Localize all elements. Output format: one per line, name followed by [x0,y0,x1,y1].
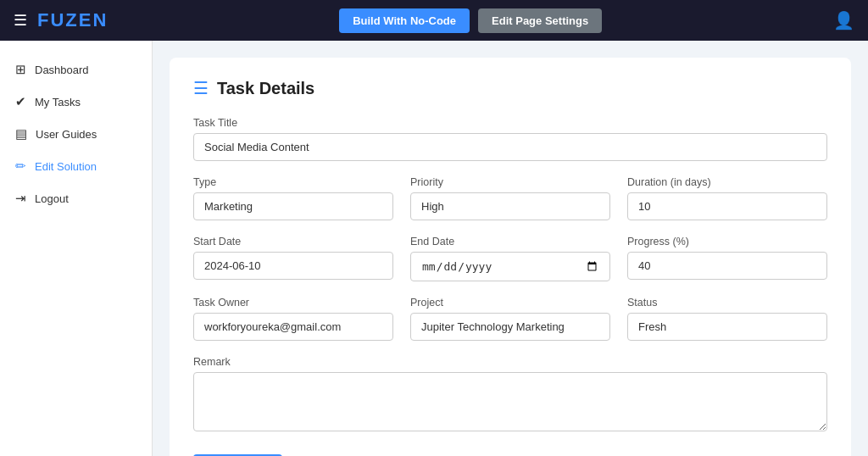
sidebar-item-user-guides[interactable]: ▤ User Guides [0,119,152,149]
main-layout: ⊞ Dashboard ✔ My Tasks ▤ User Guides ✏ E… [0,41,868,456]
dashboard-icon: ⊞ [15,62,26,77]
status-input[interactable] [627,313,827,341]
progress-input[interactable] [627,252,827,280]
remark-group: Remark [193,356,827,434]
project-input[interactable] [410,313,610,341]
sidebar-item-dashboard[interactable]: ⊞ Dashboard [0,54,152,85]
type-input[interactable] [193,192,393,220]
task-title-label: Task Title [193,117,827,129]
row-owner-project-status: Task Owner Project Status [193,297,827,356]
topbar-left: ☰ FUZEN [14,9,108,31]
sidebar-item-my-tasks[interactable]: ✔ My Tasks [0,86,152,117]
task-owner-group: Task Owner [193,297,393,341]
sidebar-label-my-tasks: My Tasks [35,96,81,108]
sidebar-item-edit-solution[interactable]: ✏ Edit Solution [0,151,152,181]
type-group: Type [193,176,393,220]
sidebar-label-user-guides: User Guides [36,128,97,141]
sidebar-label-logout: Logout [35,192,69,205]
topbar: ☰ FUZEN Build With No-Code Edit Page Set… [0,0,868,41]
row-type-priority-duration: Type Priority Duration (in days) [193,176,827,236]
sidebar: ⊞ Dashboard ✔ My Tasks ▤ User Guides ✏ E… [0,41,153,456]
sidebar-label-dashboard: Dashboard [35,64,89,76]
project-group: Project [410,297,610,341]
priority-input[interactable] [410,192,610,220]
task-owner-label: Task Owner [193,297,393,309]
logout-icon: ⇥ [15,191,26,206]
task-details-card: ☰ Task Details Task Title Type Priority [170,58,851,456]
remark-label: Remark [193,356,827,368]
duration-label: Duration (in days) [627,176,827,188]
start-date-label: Start Date [193,236,393,247]
start-date-input[interactable] [193,252,393,280]
end-date-input[interactable] [410,252,610,281]
task-title-group: Task Title [193,117,827,161]
duration-input[interactable] [627,192,827,220]
sidebar-item-logout[interactable]: ⇥ Logout [0,183,152,214]
tasks-icon: ✔ [15,94,26,109]
hamburger-icon[interactable]: ☰ [14,11,27,30]
build-no-code-button[interactable]: Build With No-Code [339,8,470,33]
task-title-input[interactable] [193,133,827,161]
task-owner-input[interactable] [193,313,393,341]
edit-icon: ✏ [15,158,26,174]
card-header: ☰ Task Details [193,78,827,98]
priority-label: Priority [410,176,610,188]
end-date-label: End Date [410,236,610,247]
duration-group: Duration (in days) [627,176,827,220]
remark-textarea[interactable] [193,372,827,431]
edit-page-settings-button[interactable]: Edit Page Settings [478,8,602,33]
main-content: ☰ Task Details Task Title Type Priority [153,41,868,456]
card-title: Task Details [217,79,314,98]
row-dates-progress: Start Date End Date Progress (%) [193,236,827,297]
topbar-center: Build With No-Code Edit Page Settings [339,8,602,33]
type-label: Type [193,176,393,188]
status-group: Status [627,297,827,341]
sidebar-label-edit-solution: Edit Solution [35,160,97,173]
end-date-group: End Date [410,236,610,281]
priority-group: Priority [410,176,610,220]
progress-group: Progress (%) [627,236,827,281]
user-account-icon[interactable]: 👤 [833,10,854,31]
project-label: Project [410,297,610,309]
progress-label: Progress (%) [627,236,827,247]
app-logo: FUZEN [37,9,108,31]
status-label: Status [627,297,827,309]
start-date-group: Start Date [193,236,393,281]
guides-icon: ▤ [15,126,27,142]
card-title-icon: ☰ [193,78,209,98]
